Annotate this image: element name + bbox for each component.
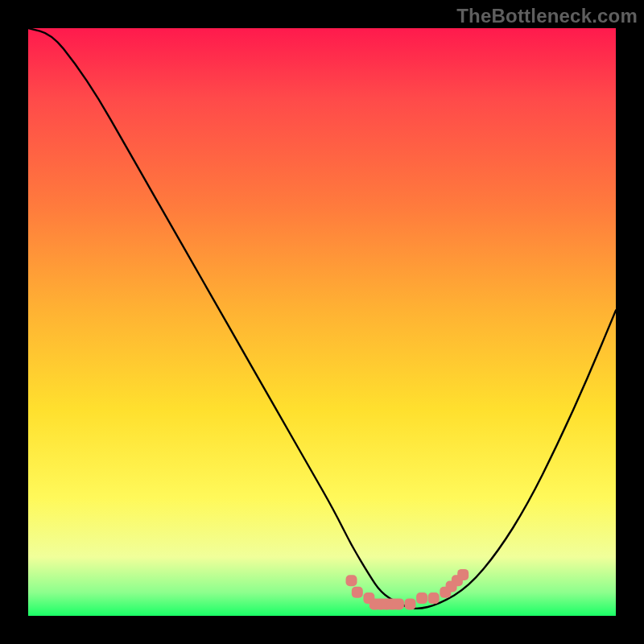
marker-dot <box>416 592 427 604</box>
marker-dot <box>346 575 357 586</box>
chart-frame: TheBottleneck.com <box>0 0 644 644</box>
watermark-text: TheBottleneck.com <box>456 5 638 27</box>
bottleneck-curve <box>28 28 616 609</box>
chart-svg <box>28 28 616 616</box>
marker-dot <box>457 569 469 580</box>
marker-dot <box>428 592 440 604</box>
optimal-band-markers <box>346 569 469 610</box>
marker-dot <box>352 587 363 598</box>
plot-area <box>28 28 616 616</box>
marker-dot <box>393 598 404 609</box>
marker-dot <box>405 598 416 609</box>
